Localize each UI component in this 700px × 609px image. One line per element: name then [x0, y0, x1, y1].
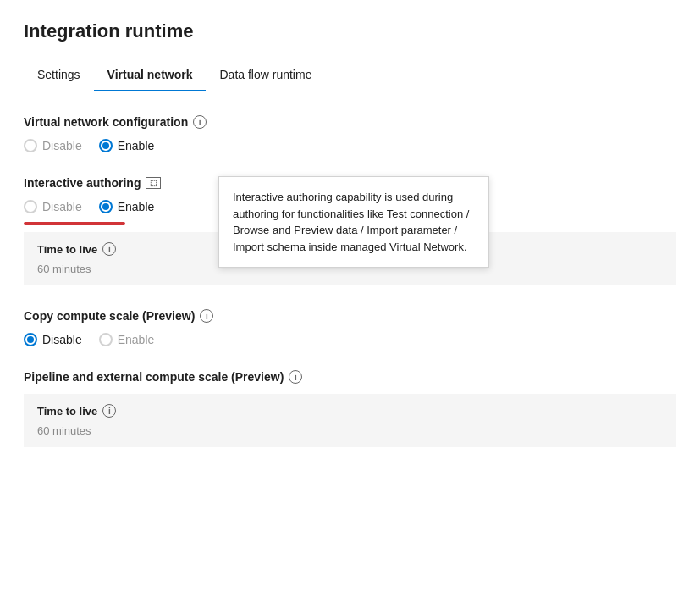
time-to-live-interactive-info-icon[interactable]: i [102, 242, 116, 256]
page-title: Integration runtime [24, 20, 676, 42]
copy-compute-disable-radio[interactable] [24, 333, 37, 346]
interactive-authoring-enable-option[interactable]: Enable [99, 200, 155, 213]
virtual-network-config-section: Virtual network configuration i Disable … [24, 115, 676, 152]
time-remaining-bar [24, 222, 125, 225]
interactive-authoring-disable-option[interactable]: Disable [24, 200, 82, 213]
interactive-authoring-tooltip: Interactive authoring capability is used… [218, 176, 489, 268]
copy-compute-title: Copy compute scale (Preview) i [24, 309, 676, 323]
tabs: Settings Virtual network Data flow runti… [24, 59, 676, 91]
copy-compute-section: Copy compute scale (Preview) i Disable E… [24, 309, 676, 346]
virtual-network-info-icon[interactable]: i [193, 115, 207, 129]
time-to-live-pipeline-info-icon[interactable]: i [102, 404, 116, 418]
interactive-authoring-disable-radio[interactable] [24, 200, 37, 213]
copy-compute-enable-radio[interactable] [99, 333, 113, 346]
interactive-authoring-section: Interactive authoring ⬚ Disable Enable I… [24, 176, 676, 285]
pipeline-external-section: Pipeline and external compute scale (Pre… [24, 370, 676, 447]
virtual-network-enable-radio[interactable] [99, 139, 113, 152]
pipeline-external-info-icon[interactable]: i [289, 370, 302, 384]
tab-data-flow-runtime[interactable]: Data flow runtime [206, 59, 325, 91]
copy-compute-disable-option[interactable]: Disable [24, 333, 82, 346]
time-to-live-pipeline-value: 60 minutes [37, 424, 663, 437]
copy-compute-radio-group: Disable Enable [24, 333, 676, 346]
time-to-live-pipeline-label: Time to live i [37, 404, 663, 418]
tab-settings[interactable]: Settings [24, 59, 94, 91]
virtual-network-disable-option[interactable]: Disable [24, 139, 82, 152]
interactive-authoring-enable-radio[interactable] [99, 200, 113, 213]
interactive-authoring-icon[interactable]: ⬚ [146, 177, 161, 189]
copy-compute-info-icon[interactable]: i [200, 309, 213, 323]
virtual-network-disable-radio[interactable] [24, 139, 37, 152]
tab-virtual-network[interactable]: Virtual network [94, 59, 207, 91]
virtual-network-radio-group: Disable Enable [24, 139, 676, 152]
time-to-live-pipeline-section: Time to live i 60 minutes [24, 394, 676, 447]
virtual-network-enable-option[interactable]: Enable [99, 139, 155, 152]
virtual-network-config-title: Virtual network configuration i [24, 115, 676, 129]
copy-compute-enable-option[interactable]: Enable [99, 333, 155, 346]
pipeline-external-title: Pipeline and external compute scale (Pre… [24, 370, 676, 384]
